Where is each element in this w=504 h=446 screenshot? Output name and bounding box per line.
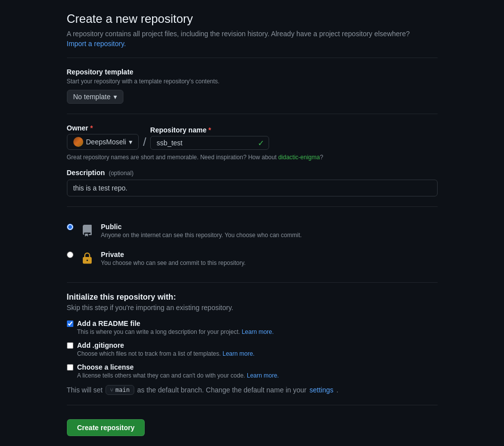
init-section-desc: Skip this step if you're importing an ex… bbox=[67, 304, 438, 312]
repo-name-label: Repository name * bbox=[150, 126, 269, 134]
page-title: Create a new repository bbox=[67, 12, 438, 26]
gitignore-learn-more-link[interactable]: Learn more. bbox=[223, 350, 255, 357]
branch-badge: ⑂ main bbox=[106, 385, 134, 395]
divider-4 bbox=[67, 282, 438, 283]
repo-public-icon bbox=[79, 223, 95, 239]
private-option: Private You choose who can see and commi… bbox=[67, 245, 438, 272]
owner-field-group: Owner * DeepsMoseli ▾ bbox=[67, 124, 139, 150]
readme-learn-more-link[interactable]: Learn more. bbox=[242, 328, 274, 335]
gitignore-text: Add .gitignore Choose which files not to… bbox=[77, 341, 255, 357]
template-dropdown-button[interactable]: No template ▾ bbox=[67, 90, 123, 104]
settings-link[interactable]: settings bbox=[309, 386, 333, 394]
create-repository-button[interactable]: Create repository bbox=[67, 419, 145, 436]
chevron-down-icon: ▾ bbox=[113, 93, 117, 101]
visibility-section: Public Anyone on the internet can see th… bbox=[67, 217, 438, 272]
slash-divider: / bbox=[143, 136, 146, 150]
public-visibility-text: Public Anyone on the internet can see th… bbox=[101, 223, 302, 239]
license-checkbox[interactable] bbox=[67, 364, 73, 371]
divider-3 bbox=[67, 206, 438, 207]
init-section: Initialize this repository with: Skip th… bbox=[67, 293, 438, 379]
readme-text: Add a README file This is where you can … bbox=[77, 319, 274, 335]
divider-1 bbox=[67, 58, 438, 58]
public-option: Public Anyone on the internet can see th… bbox=[67, 217, 438, 245]
description-optional: (optional) bbox=[109, 170, 133, 177]
valid-check-icon: ✓ bbox=[258, 138, 264, 148]
template-desc: Start your repository with a template re… bbox=[67, 78, 438, 85]
default-branch-section: This will set ⑂ main as the default bran… bbox=[67, 385, 438, 395]
gitignore-option: Add .gitignore Choose which files not to… bbox=[67, 341, 438, 357]
inspiration-text: Great repository names are short and mem… bbox=[67, 154, 438, 161]
owner-dropdown-button[interactable]: DeepsMoseli ▾ bbox=[67, 134, 139, 150]
git-branch-icon: ⑂ bbox=[110, 387, 113, 393]
repo-required-star: * bbox=[209, 126, 211, 134]
repo-name-field-group: Repository name * ✓ bbox=[150, 126, 269, 150]
repo-name-input[interactable] bbox=[150, 136, 269, 150]
init-section-title: Initialize this repository with: bbox=[67, 293, 438, 302]
template-dropdown-label: No template bbox=[73, 93, 111, 101]
description-input[interactable] bbox=[67, 180, 438, 196]
private-radio[interactable] bbox=[67, 252, 73, 258]
description-label: Description (optional) bbox=[67, 169, 438, 177]
license-option: Choose a license A license tells others … bbox=[67, 363, 438, 379]
template-section: Repository template Start your repositor… bbox=[67, 68, 438, 104]
license-learn-more-link[interactable]: Learn more. bbox=[247, 372, 279, 379]
branch-name: main bbox=[115, 386, 130, 393]
divider-2 bbox=[67, 114, 438, 114]
repo-name-container: ✓ bbox=[150, 136, 269, 150]
template-label: Repository template bbox=[67, 68, 438, 76]
owner-avatar bbox=[73, 137, 83, 147]
lock-icon bbox=[79, 251, 95, 266]
page-subtitle: A repository contains all project files,… bbox=[67, 30, 438, 38]
readme-checkbox[interactable] bbox=[67, 320, 73, 327]
public-radio[interactable] bbox=[67, 224, 73, 230]
divider-5 bbox=[67, 405, 438, 405]
license-text: Choose a license A license tells others … bbox=[77, 363, 279, 379]
private-visibility-text: Private You choose who can see and commi… bbox=[101, 251, 246, 266]
description-section: Description (optional) bbox=[67, 169, 438, 196]
owner-repo-row: Owner * DeepsMoseli ▾ / Repository name … bbox=[67, 124, 438, 150]
suggested-name-link[interactable]: didactic-enigma bbox=[278, 154, 320, 161]
readme-option: Add a README file This is where you can … bbox=[67, 319, 438, 335]
owner-label: Owner * bbox=[67, 124, 139, 132]
owner-required-star: * bbox=[90, 124, 93, 132]
gitignore-checkbox[interactable] bbox=[67, 342, 73, 349]
import-repository-link[interactable]: Import a repository. bbox=[67, 40, 126, 48]
owner-name: DeepsMoseli bbox=[86, 138, 126, 146]
chevron-down-icon: ▾ bbox=[129, 138, 132, 146]
